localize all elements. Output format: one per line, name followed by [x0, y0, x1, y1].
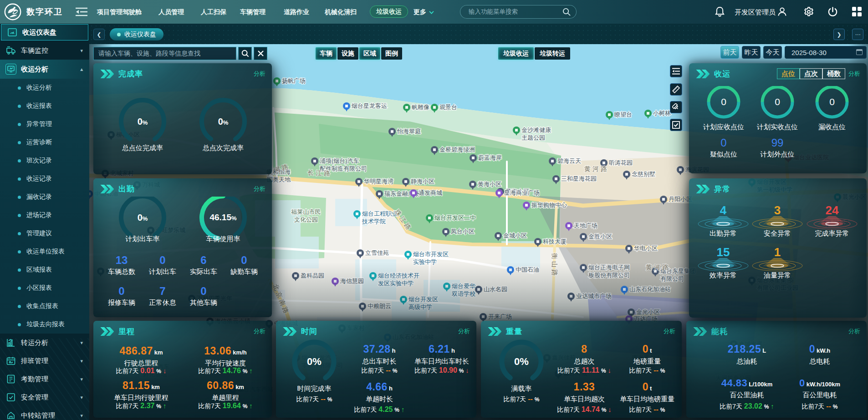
- svg-text:三和星海花园: 三和星海花园: [561, 175, 597, 182]
- svg-text:小树林: 小树林: [653, 110, 671, 116]
- svg-text:技术学院: 技术学院: [362, 218, 386, 225]
- svg-text:有限公司: 有限公司: [660, 275, 684, 282]
- svg-text:听涛花园: 听涛花园: [609, 159, 633, 166]
- svg-text:主题公园: 主题公园: [521, 134, 545, 141]
- svg-text:双语学校: 双语学校: [451, 290, 475, 297]
- svg-text:碧海云天: 碧海云天: [557, 157, 581, 164]
- svg-text:金光小区: 金光小区: [636, 309, 660, 315]
- svg-text:瞭望台: 瞭望台: [614, 111, 632, 118]
- svg-text:烟台市开发区: 烟台市开发区: [413, 251, 449, 258]
- svg-text:金胜小区: 金胜小区: [588, 233, 612, 240]
- svg-text:烟台经济技术开: 烟台经济技术开: [378, 272, 419, 279]
- svg-text:烟台正海电子网: 烟台正海电子网: [588, 264, 630, 271]
- svg-text:黄河路: 黄河路: [584, 165, 609, 172]
- svg-text:烟台星龙客运: 烟台星龙客运: [352, 102, 387, 109]
- svg-text:福莱山市民: 福莱山市民: [291, 208, 321, 215]
- svg-text:海信慧园: 海信慧园: [340, 278, 364, 284]
- svg-text:金沙滩健康: 金沙滩健康: [521, 127, 551, 133]
- svg-text:蔚蓝海岸: 蔚蓝海岸: [478, 154, 502, 161]
- svg-text:烟台开发区: 烟台开发区: [408, 296, 438, 303]
- svg-text:金城小区: 金城小区: [503, 232, 527, 239]
- svg-text:怡海翠庭: 怡海翠庭: [397, 128, 421, 135]
- svg-text:业达城市广场: 业达城市广场: [576, 293, 612, 299]
- svg-text:金桥碧海绿洲: 金桥碧海绿洲: [439, 146, 475, 153]
- svg-text:观景台: 观景台: [439, 104, 457, 111]
- svg-text:实验中学: 实验中学: [413, 258, 437, 265]
- svg-text:中国石油: 中国石油: [516, 266, 539, 273]
- svg-text:天地广场: 天地广场: [574, 222, 597, 229]
- svg-text:衡山路: 衡山路: [551, 253, 558, 278]
- svg-text:黄河路: 黄河路: [646, 263, 670, 271]
- svg-text:扬帆广场: 扬帆广场: [282, 77, 306, 84]
- svg-text:静海小区: 静海小区: [411, 178, 434, 185]
- svg-text:科技大厦: 科技大厦: [543, 238, 567, 245]
- svg-text:烟台工程职业: 烟台工程职业: [362, 210, 398, 217]
- svg-text:念慈别墅: 念慈别墅: [632, 171, 655, 177]
- svg-text:山东石化加油站: 山东石化加油站: [629, 286, 671, 293]
- svg-text:振华购物中心: 振华购物中心: [531, 202, 567, 208]
- svg-text:烟台爱华: 烟台爱华: [452, 283, 475, 289]
- svg-text:通发商城: 通发商城: [419, 189, 442, 196]
- svg-text:华电小区: 华电小区: [634, 245, 658, 252]
- svg-text:文化公园: 文化公园: [294, 216, 318, 223]
- svg-text:黄海小区: 黄海小区: [478, 181, 501, 187]
- svg-text:烟台开发区二中: 烟台开发区二中: [434, 214, 476, 221]
- svg-text:华明星海湾: 华明星海湾: [364, 178, 393, 185]
- svg-text:盈科品园: 盈科品园: [301, 272, 324, 279]
- svg-text:高级中学: 高级中学: [408, 304, 432, 310]
- svg-text:浦项(烟台)汽车: 浦项(烟台)汽车: [320, 157, 359, 164]
- svg-text:发区实验中学: 发区实验中学: [378, 280, 414, 287]
- svg-text:中粮朗云: 中粮朗云: [368, 303, 391, 309]
- svg-text:开来广场: 开来广场: [488, 313, 512, 320]
- svg-text:帆雕像: 帆雕像: [412, 104, 429, 111]
- svg-text:凤台小区: 凤台小区: [451, 228, 475, 235]
- svg-text:立雪佳苑: 立雪佳苑: [365, 249, 389, 256]
- svg-text:长江路: 长江路: [307, 169, 332, 177]
- svg-text:山水名园: 山水名园: [484, 286, 507, 293]
- svg-text:星海商业广场: 星海商业广场: [504, 189, 540, 196]
- svg-text:板股份有限公司: 板股份有限公司: [588, 272, 630, 278]
